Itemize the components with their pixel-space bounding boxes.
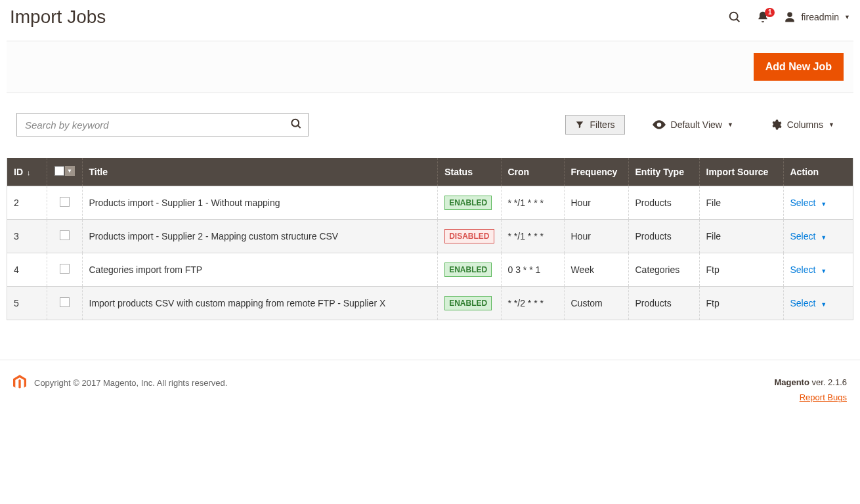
version-text: Magento ver. 2.1.6 — [774, 375, 847, 390]
username-label: fireadmin — [801, 12, 839, 22]
caret-down-icon: ▼ — [727, 121, 733, 128]
notifications-button[interactable]: 1 — [756, 10, 769, 24]
global-search-button[interactable] — [727, 10, 742, 24]
search-box — [16, 113, 309, 136]
filters-button[interactable]: Filters — [565, 115, 624, 135]
column-header-import-source[interactable]: Import Source — [699, 158, 783, 186]
cell-title: Products import - Supplier 1 - Without m… — [82, 186, 438, 220]
cell-action: Select ▼ — [783, 186, 853, 220]
column-header-id[interactable]: ID↓ — [7, 158, 47, 186]
cell-action: Select ▼ — [783, 287, 853, 320]
cell-entity-type: Products — [628, 287, 699, 320]
cell-frequency: Custom — [564, 287, 628, 320]
row-checkbox[interactable] — [60, 264, 70, 274]
column-header-frequency[interactable]: Frequency — [564, 158, 628, 186]
import-jobs-table: ID↓ ▼ Title Status Cron Frequency Entity… — [7, 158, 853, 320]
page-title: Import Jobs — [10, 7, 106, 28]
default-view-button[interactable]: Default View ▼ — [643, 116, 742, 134]
cell-id: 3 — [7, 220, 47, 253]
status-badge: DISABLED — [444, 229, 494, 243]
copyright-text: Copyright © 2017 Magento, Inc. All right… — [34, 378, 227, 388]
cell-cron: * */1 * * * — [501, 186, 564, 220]
row-action-select[interactable]: Select ▼ — [790, 198, 827, 208]
caret-down-icon: ▼ — [821, 201, 827, 207]
cell-entity-type: Categories — [628, 253, 699, 287]
cell-action: Select ▼ — [783, 253, 853, 287]
row-checkbox[interactable] — [60, 230, 70, 240]
cell-action: Select ▼ — [783, 220, 853, 253]
cell-checkbox — [47, 186, 82, 220]
select-dropdown-toggle[interactable]: ▼ — [64, 166, 75, 176]
svg-point-2 — [291, 119, 299, 127]
column-header-cron[interactable]: Cron — [501, 158, 564, 186]
row-action-select[interactable]: Select ▼ — [790, 298, 827, 308]
cell-import-source: Ftp — [699, 253, 783, 287]
column-header-action[interactable]: Action — [783, 158, 853, 186]
report-bugs-link[interactable]: Report Bugs — [800, 392, 847, 402]
funnel-icon — [575, 120, 584, 129]
cell-entity-type: Products — [628, 220, 699, 253]
cell-id: 2 — [7, 186, 47, 220]
svg-line-3 — [298, 125, 301, 128]
cell-frequency: Week — [564, 253, 628, 287]
cell-cron: * */1 * * * — [501, 220, 564, 253]
search-icon — [727, 10, 742, 24]
notification-badge: 1 — [765, 8, 775, 17]
cell-cron: * */2 * * * — [501, 287, 564, 320]
cell-status: ENABLED — [438, 186, 501, 220]
column-header-select[interactable]: ▼ — [47, 158, 82, 186]
caret-down-icon: ▼ — [821, 301, 827, 308]
cell-checkbox — [47, 253, 82, 287]
table-row[interactable]: 4Categories import from FTPENABLED0 3 * … — [7, 253, 853, 287]
gear-icon — [770, 119, 782, 131]
caret-down-icon: ▼ — [844, 14, 850, 20]
svg-line-1 — [737, 19, 739, 22]
cell-frequency: Hour — [564, 186, 628, 220]
table-row[interactable]: 2Products import - Supplier 1 - Without … — [7, 186, 853, 220]
user-menu[interactable]: fireadmin ▼ — [784, 11, 850, 23]
status-badge: ENABLED — [444, 196, 492, 210]
user-icon — [784, 11, 796, 23]
column-header-title[interactable]: Title — [82, 158, 438, 186]
cell-status: ENABLED — [438, 253, 501, 287]
search-icon — [290, 117, 303, 131]
status-badge: ENABLED — [444, 262, 492, 277]
magento-logo-icon — [13, 375, 26, 390]
cell-import-source: File — [699, 220, 783, 253]
cell-checkbox — [47, 220, 82, 253]
columns-label: Columns — [787, 119, 823, 130]
cell-status: ENABLED — [438, 287, 501, 320]
search-input[interactable] — [17, 114, 308, 136]
column-header-entity-type[interactable]: Entity Type — [628, 158, 699, 186]
table-row[interactable]: 3Products import - Supplier 2 - Mapping … — [7, 220, 853, 253]
cell-id: 5 — [7, 287, 47, 320]
row-checkbox[interactable] — [60, 197, 70, 207]
caret-down-icon: ▼ — [828, 121, 834, 128]
row-action-select[interactable]: Select ▼ — [790, 231, 827, 242]
cell-import-source: Ftp — [699, 287, 783, 320]
add-new-job-button[interactable]: Add New Job — [754, 53, 844, 81]
caret-down-icon: ▼ — [821, 268, 827, 274]
search-submit-button[interactable] — [290, 117, 303, 133]
select-all-checkbox[interactable] — [54, 166, 64, 176]
cell-frequency: Hour — [564, 220, 628, 253]
default-view-label: Default View — [671, 119, 722, 130]
cell-title: Products import - Supplier 2 - Mapping c… — [82, 220, 438, 253]
caret-down-icon: ▼ — [821, 234, 827, 241]
cell-title: Import products CSV with custom mapping … — [82, 287, 438, 320]
sort-asc-icon: ↓ — [27, 169, 31, 177]
row-checkbox[interactable] — [60, 297, 70, 307]
cell-title: Categories import from FTP — [82, 253, 438, 287]
columns-button[interactable]: Columns ▼ — [761, 115, 844, 135]
row-action-select[interactable]: Select ▼ — [790, 264, 827, 275]
cell-status: DISABLED — [438, 220, 501, 253]
cell-import-source: File — [699, 186, 783, 220]
cell-id: 4 — [7, 253, 47, 287]
cell-entity-type: Products — [628, 186, 699, 220]
table-row[interactable]: 5Import products CSV with custom mapping… — [7, 287, 853, 320]
cell-cron: 0 3 * * 1 — [501, 253, 564, 287]
svg-point-0 — [730, 12, 738, 20]
filters-label: Filters — [590, 119, 614, 130]
status-badge: ENABLED — [444, 296, 492, 310]
column-header-status[interactable]: Status — [438, 158, 501, 186]
